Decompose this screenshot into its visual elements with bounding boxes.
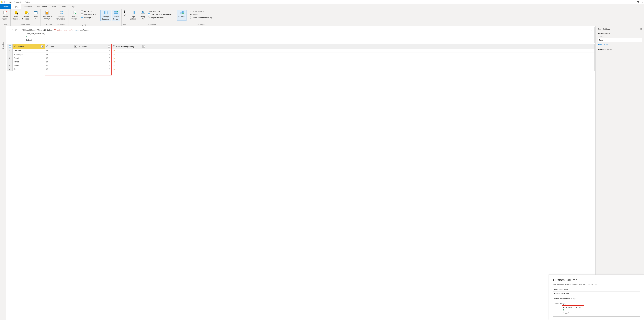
cell[interactable]: 13 [45,56,78,60]
col-index[interactable]: 1.2Index▾ [78,44,111,49]
svg-text:2: 2 [149,17,150,19]
table-row[interactable]: 1 Hamster 11 1 List [7,49,594,53]
manage-button[interactable]: Manage ▾ [80,16,98,19]
collapse-ribbon-icon[interactable]: ︿ [638,4,644,9]
vision-button[interactable]: Vision [189,13,213,16]
name-label: Name [598,36,642,38]
tab-home[interactable]: Home [11,4,21,9]
accept-formula-icon[interactable]: ✓ [12,29,14,31]
separator: | [9,1,10,3]
manage-parameters-button[interactable]: Manage Parameters ▾ [55,10,68,21]
formula-input[interactable]: ︿ = Table.AddColumn(Table_with_index, "P… [19,27,594,43]
text-analytics-button[interactable]: Text Analytics [189,10,213,13]
close-icon[interactable]: ✕ [640,28,642,30]
applied-steps-section[interactable]: APPLIED STEPS [598,48,642,50]
cell[interactable]: 16 [45,67,78,71]
fx-icon[interactable]: fx [16,28,17,31]
new-column-name-input[interactable] [553,291,640,295]
dropdown-icon[interactable]: ▼ [7,2,8,3]
cell[interactable]: 2 [78,53,111,56]
cell-list-link[interactable]: List [111,60,146,64]
cell-list-link[interactable]: List [111,49,146,53]
cell-list-link[interactable]: List [111,67,146,71]
text-icon [190,10,192,13]
azure-ml-button[interactable]: Azure Machine Learning [189,16,213,19]
cell[interactable]: 6 [78,67,111,71]
cell[interactable]: 15 [45,64,78,67]
cell[interactable]: 1 [78,49,111,53]
expand-icon[interactable]: › [2,29,4,31]
expand-icon[interactable]: ↔ [142,45,145,48]
data-source-settings-button[interactable]: Data source settings [42,10,52,20]
filter-icon[interactable]: ▾ [74,45,77,48]
query-name-input[interactable] [598,38,642,42]
info-icon[interactable]: i [574,298,576,300]
cell-list-link[interactable]: List [111,64,146,67]
cell[interactable]: Rat [12,67,45,71]
ribbon: Close & Apply ▾ Close ★New Source ▾ Rece… [0,9,644,26]
cell[interactable]: Hamster [12,49,45,53]
col-animal[interactable]: ABCAnimal▾ [12,44,45,49]
cell[interactable]: 12 [45,53,78,56]
new-source-button[interactable]: ★New Source ▾ [12,10,21,21]
cell[interactable]: Guinea pig [12,53,45,56]
filter-icon[interactable]: ▾ [41,45,44,48]
cell[interactable]: 3 [78,56,111,60]
cell[interactable]: Gerbil [12,56,45,60]
queries-pane[interactable]: › Queries [0,26,6,320]
svg-rect-48 [148,14,150,14]
table-row[interactable]: 5 Mouse 15 5 List [7,64,594,67]
table-row[interactable]: 4 Parrot 14 4 List [7,60,594,64]
cell[interactable]: 4 [78,60,111,64]
cell[interactable]: 14 [45,60,78,64]
refresh-preview-button[interactable]: Refresh Preview ▾ [70,10,80,21]
split-column-button[interactable]: Split Column ▾ [129,10,138,21]
cancel-formula-icon[interactable]: ✕ [8,29,10,31]
properties-section[interactable]: PROPERTIES [598,32,642,34]
maximize-button[interactable]: ❐ [637,1,639,3]
group-by-button[interactable]: Group By [140,10,146,20]
svg-rect-2 [4,11,6,14]
cell[interactable]: Mouse [12,64,45,67]
cell[interactable]: 5 [78,64,111,67]
cell[interactable]: 11 [45,49,78,53]
tab-addcolumn[interactable]: Add Column [34,4,50,9]
sort-desc-button[interactable]: ZA [123,14,127,17]
svg-rect-45 [142,12,144,13]
col-price[interactable]: ABCPrice▾ [45,44,78,49]
enter-data-button[interactable]: Enter Data [32,10,39,20]
cell[interactable]: Parrot [12,60,45,64]
save-icon[interactable] [4,1,6,3]
first-row-headers-button[interactable]: Use First Row as Headers ▾ [147,13,175,16]
data-type-button[interactable]: Data Type: Text ▾ [147,10,175,13]
advanced-editor-button[interactable]: Advanced Editor [80,13,98,16]
all-properties-link[interactable]: All Properties [598,43,642,46]
table-icon[interactable] [7,44,12,49]
properties-button[interactable]: Properties [80,10,98,13]
filter-icon[interactable]: ▾ [108,45,110,48]
tab-view[interactable]: View [50,4,59,9]
close-button[interactable]: ✕ [642,1,643,3]
minimize-button[interactable]: — [632,1,634,3]
close-apply-button[interactable]: Close & Apply ▾ [1,10,9,21]
table-row[interactable]: 6 Rat 16 6 List [7,67,594,71]
replace-values-button[interactable]: 12Replace Values [147,16,175,19]
table-row[interactable]: 2 Guinea pig 12 2 List [7,53,594,56]
col-pfb[interactable]: ABC 123Price from beginning↔ [111,44,146,49]
manage-icon [81,16,83,19]
table-row[interactable]: 3 Gerbil 13 3 List [7,56,594,60]
cell-list-link[interactable]: List [111,53,146,56]
file-tab[interactable]: Soubor [0,4,11,9]
tab-help[interactable]: Help [68,4,77,9]
tab-transform[interactable]: Transform [21,4,35,9]
recent-sources-button[interactable]: Recent Sources ▾ [22,10,31,21]
cell-list-link[interactable]: List [111,56,146,60]
sort-asc-button[interactable]: AZ [123,10,127,13]
formula-textarea[interactable]: = List.Range( Table_with_index[Price], 0… [553,301,640,316]
svg-rect-20 [62,11,63,12]
manage-columns-button[interactable]: Manage Columns ▾ [100,10,111,21]
reduce-rows-button[interactable]: Reduce Rows ▾ [112,10,120,21]
combine-button[interactable]: +Combine▾ [177,10,186,21]
collapse-formula-icon[interactable]: ︿ [592,28,593,32]
tab-tools[interactable]: Tools [59,4,68,9]
